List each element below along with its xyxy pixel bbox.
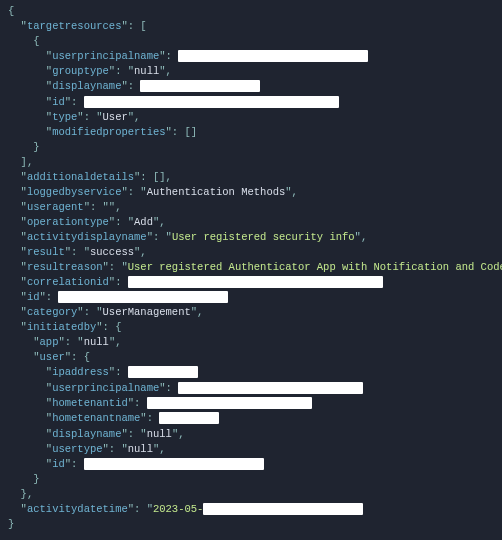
- value-add: Add: [134, 216, 153, 228]
- key-id: id: [52, 96, 65, 108]
- redacted-value: [84, 457, 264, 472]
- key-usertype: usertype: [52, 443, 102, 455]
- key-activitydisplayname: activitydisplayname: [27, 231, 147, 243]
- value-null: null: [84, 336, 109, 348]
- key-correlationid: correlationid: [27, 276, 109, 288]
- key-id: id: [52, 458, 65, 470]
- key-targetresources: targetresources: [27, 20, 122, 32]
- redacted-value: [58, 290, 228, 305]
- key-type: type: [52, 111, 77, 123]
- key-modifiedproperties: modifiedproperties: [52, 126, 165, 138]
- key-resultreason: resultreason: [27, 261, 103, 273]
- key-grouptype: grouptype: [52, 65, 109, 77]
- redacted-value: [140, 79, 260, 94]
- key-operationtype: operationtype: [27, 216, 109, 228]
- value-empty-array: []: [153, 171, 166, 183]
- redacted-value: [203, 502, 363, 517]
- redacted-value: [178, 381, 363, 396]
- key-additionaldetails: additionaldetails: [27, 171, 134, 183]
- value-success: success: [90, 246, 134, 258]
- redacted-value: [159, 411, 219, 426]
- value-null: null: [134, 65, 159, 77]
- redacted-value: [128, 275, 383, 290]
- key-displayname: displayname: [52, 428, 121, 440]
- value-category: UserManagement: [103, 306, 191, 318]
- json-log-viewer: { "targetresources": [ { "userprincipaln…: [0, 0, 502, 540]
- value-user: User: [103, 111, 128, 123]
- redacted-value: [147, 396, 312, 411]
- value-null: null: [147, 428, 172, 440]
- value-null: null: [128, 443, 153, 455]
- key-id: id: [27, 291, 40, 303]
- key-ipaddress: ipaddress: [52, 367, 109, 379]
- redacted-value: [128, 365, 198, 380]
- redacted-value: [178, 49, 368, 64]
- key-displayname: displayname: [52, 81, 121, 93]
- value-activity-name: User registered security info: [172, 231, 355, 243]
- key-initiatedby: initiatedby: [27, 321, 96, 333]
- key-useragent: useragent: [27, 201, 84, 213]
- key-userprincipalname: userprincipalname: [52, 50, 159, 62]
- value-date: 2023-05-: [153, 503, 203, 515]
- key-hometenantname: hometenantname: [52, 413, 140, 425]
- value-auth-methods: Authentication Methods: [147, 186, 286, 198]
- key-app: app: [40, 336, 59, 348]
- value-empty-array: []: [184, 126, 197, 138]
- key-loggedbyservice: loggedbyservice: [27, 186, 122, 198]
- key-result: result: [27, 246, 65, 258]
- key-hometenantid: hometenantid: [52, 397, 128, 409]
- key-userprincipalname: userprincipalname: [52, 382, 159, 394]
- key-category: category: [27, 306, 77, 318]
- key-activitydatetime: activitydatetime: [27, 503, 128, 515]
- redacted-value: [84, 95, 339, 110]
- key-user: user: [40, 351, 65, 363]
- value-result-reason: User registered Authenticator App with N…: [128, 261, 502, 273]
